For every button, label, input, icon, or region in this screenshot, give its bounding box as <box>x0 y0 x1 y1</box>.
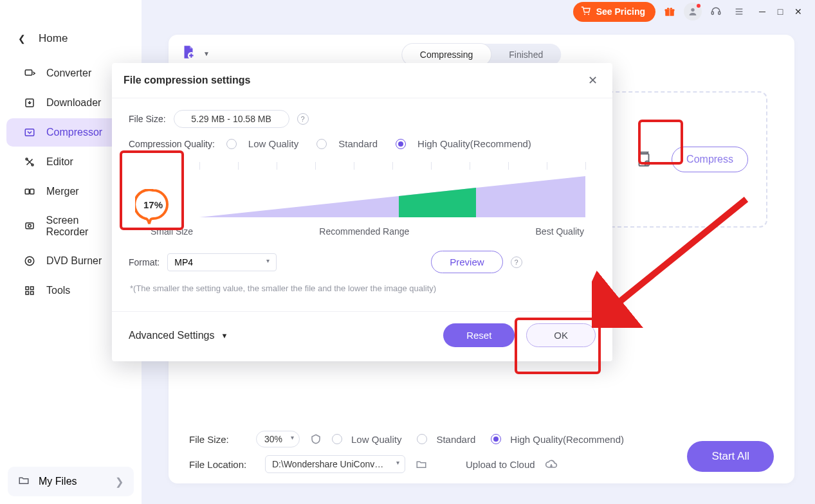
quality-low-label: Low Quality <box>351 434 401 445</box>
format-select[interactable]: MP4 <box>167 253 277 271</box>
dvd-icon <box>23 255 36 267</box>
file-size-select[interactable]: 30% <box>256 431 300 447</box>
chevron-down-icon: ▼ <box>221 332 228 339</box>
svg-rect-13 <box>25 129 34 136</box>
my-files-label: My Files <box>39 476 77 487</box>
compressor-icon <box>23 126 36 139</box>
modal-quality-low-radio[interactable] <box>226 139 237 149</box>
quality-standard-radio[interactable] <box>417 434 427 444</box>
modal-quality-standard-label: Standard <box>338 138 378 149</box>
downloader-icon <box>23 96 36 109</box>
quality-low-radio[interactable] <box>332 434 342 444</box>
svg-rect-7 <box>719 12 720 15</box>
preview-button[interactable]: Preview <box>431 251 502 273</box>
chevron-down-icon: ▼ <box>203 50 210 57</box>
slider-track <box>199 176 585 217</box>
sidebar-item-label: Editor <box>46 156 73 168</box>
slider-ticks <box>199 162 585 174</box>
open-folder-button[interactable] <box>414 457 428 471</box>
folder-icon <box>18 474 30 489</box>
merger-icon <box>23 185 36 198</box>
tabs: Compressing Finished <box>402 44 561 66</box>
compression-slider[interactable]: 17% <box>129 159 596 231</box>
sidebar-item-label: DVD Burner <box>46 255 102 267</box>
add-file-icon <box>180 44 197 63</box>
dialog-title: File compression settings <box>124 75 250 86</box>
file-location-label: File Location: <box>189 459 256 470</box>
sidebar-item-label: Compressor <box>46 127 102 138</box>
account-icon[interactable] <box>684 3 702 21</box>
ok-button[interactable]: OK <box>526 323 596 347</box>
window-minimize-button[interactable]: ─ <box>753 3 771 21</box>
sidebar-item-label: Merger <box>46 186 79 197</box>
add-file-button[interactable]: ▼ <box>180 44 210 63</box>
svg-rect-18 <box>26 223 33 229</box>
converter-icon <box>23 67 36 80</box>
svg-rect-22 <box>26 287 29 290</box>
back-icon: ❮ <box>18 33 26 44</box>
menu-icon[interactable] <box>730 3 748 21</box>
compression-settings-button[interactable] <box>629 145 659 174</box>
svg-point-1 <box>588 14 589 15</box>
compression-settings-dialog: File compression settings ✕ File Size: 5… <box>112 63 612 361</box>
chevron-right-icon: ❯ <box>115 476 124 488</box>
modal-quality-low-label: Low Quality <box>248 138 298 149</box>
start-all-button[interactable]: Start All <box>687 441 774 472</box>
support-icon[interactable] <box>707 3 725 21</box>
advanced-settings-toggle[interactable]: Advanced Settings ▼ <box>129 330 228 341</box>
tab-compressing[interactable]: Compressing <box>402 44 491 66</box>
see-pricing-label: See Pricing <box>596 6 645 17</box>
editor-icon <box>23 156 36 168</box>
compression-note: *(The smaller the setting value, the sma… <box>130 284 596 293</box>
file-size-label: File Size: <box>129 114 166 124</box>
svg-point-21 <box>28 260 32 263</box>
svg-rect-17 <box>30 189 34 194</box>
sidebar-item-label: Tools <box>46 285 70 296</box>
slider-thumb[interactable]: 17% <box>135 189 171 225</box>
my-files-button[interactable]: My Files ❯ <box>8 467 134 496</box>
svg-rect-24 <box>26 292 29 295</box>
svg-rect-4 <box>669 9 670 16</box>
svg-point-5 <box>691 8 694 12</box>
recorder-icon <box>23 220 36 233</box>
home-label: Home <box>39 32 68 45</box>
home-nav[interactable]: ❮ Home <box>0 23 142 58</box>
tab-finished[interactable]: Finished <box>491 44 561 66</box>
see-pricing-button[interactable]: See Pricing <box>573 2 655 22</box>
window-controls: ─ □ ✕ <box>753 3 807 21</box>
file-location-select[interactable]: D:\Wondershare UniConverter 1 <box>265 455 405 473</box>
dialog-close-button[interactable]: ✕ <box>584 72 601 89</box>
svg-rect-16 <box>25 189 29 194</box>
sidebar-item-label: Converter <box>46 68 91 79</box>
reset-button[interactable]: Reset <box>443 323 515 347</box>
svg-point-20 <box>25 256 34 266</box>
upload-cloud-label: Upload to Cloud <box>466 459 535 470</box>
sidebar-item-label: Downloader <box>46 97 101 109</box>
svg-marker-30 <box>399 188 476 217</box>
tools-icon <box>23 284 36 297</box>
file-size-help-icon[interactable]: ? <box>297 113 309 125</box>
quality-high-radio[interactable] <box>491 434 501 444</box>
compress-button[interactable]: Compress <box>672 147 748 172</box>
quality-label: Compression Quality: <box>129 139 215 149</box>
modal-quality-high-radio[interactable] <box>396 139 406 149</box>
window-close-button[interactable]: ✕ <box>789 3 807 21</box>
file-size-value[interactable]: 5.29 MB - 10.58 MB <box>174 110 289 128</box>
quality-standard-label: Standard <box>436 434 475 445</box>
lock-icon[interactable] <box>309 432 323 446</box>
gift-icon[interactable] <box>661 3 679 21</box>
file-size-label: File Size: <box>189 434 247 445</box>
slider-value: 17% <box>135 189 171 225</box>
svg-point-19 <box>28 224 32 228</box>
bottom-bar: File Size: 30% Low Quality Standard High… <box>189 427 774 477</box>
modal-quality-standard-radio[interactable] <box>316 139 327 149</box>
preview-help-icon[interactable]: ? <box>511 256 522 268</box>
format-label: Format: <box>129 257 160 267</box>
cloud-icon[interactable] <box>544 457 558 471</box>
svg-marker-29 <box>199 176 585 217</box>
svg-rect-25 <box>31 292 34 295</box>
quality-high-label: High Quality(Recommend) <box>510 434 624 445</box>
title-bar: See Pricing ─ □ ✕ <box>573 0 815 23</box>
sidebar-item-label: Screen Recorder <box>46 215 122 238</box>
window-maximize-button[interactable]: □ <box>771 3 789 21</box>
